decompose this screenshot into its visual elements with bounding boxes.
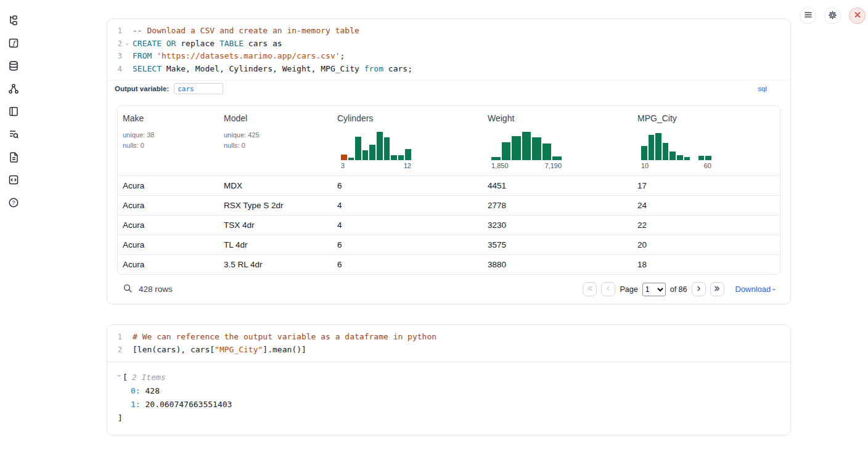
code-token: CREATE — [133, 39, 162, 48]
sidebar-item-snippets[interactable] — [7, 173, 20, 187]
histogram-bar — [377, 132, 383, 160]
table-cell: 3575 — [483, 235, 633, 255]
code-line[interactable]: 2›CREATE OR replace TABLE cars as — [107, 38, 790, 51]
sidebar-item-scratchpad[interactable]: ƒ — [7, 36, 20, 50]
table-cell: 3230 — [483, 216, 633, 235]
column-name: Cylinders — [337, 113, 477, 123]
column-header-model[interactable]: Modelunique: 425nulls: 0 — [219, 106, 332, 176]
table-cell: RSX Type S 2dr — [219, 196, 332, 216]
settings-button[interactable] — [824, 7, 841, 24]
table-cell: TSX 4dr — [219, 216, 332, 235]
collapse-chevron-icon[interactable]: › — [112, 374, 126, 381]
column-header-weight[interactable]: Weight1,8507,190 — [483, 106, 633, 176]
table-cell: Acura — [118, 255, 219, 275]
column-header-cylinders[interactable]: Cylinders312 — [332, 106, 483, 176]
histogram-bar — [502, 142, 511, 160]
next-page-button[interactable] — [692, 282, 706, 296]
output-variable-label: Output variable: — [115, 85, 169, 92]
fold-chevron-icon[interactable]: › — [122, 38, 133, 51]
tree-key: 0: — [131, 386, 141, 395]
table-cell: 6 — [332, 255, 483, 275]
line-number: 3 — [107, 51, 122, 63]
table-cell: 3880 — [483, 255, 633, 275]
search-icon[interactable] — [123, 283, 133, 296]
histogram-bar — [532, 137, 541, 160]
code-token: Make, Model, Cylinders, Weight, MPG_City — [162, 64, 364, 73]
histogram-bar — [398, 155, 404, 160]
dependency-graph-icon — [8, 83, 19, 94]
code-token: from — [364, 64, 383, 73]
code-token — [152, 51, 157, 60]
code-line[interactable]: 3FROM 'https://datasets.marimo.app/cars.… — [107, 50, 790, 63]
table-footer: 428 rows Page — [107, 278, 790, 304]
table-cell: Acura — [118, 235, 219, 255]
table-row[interactable]: Acura3.5 RL 4dr6388018 — [118, 255, 780, 275]
code-token: SELECT — [133, 64, 162, 73]
file-text-icon — [8, 152, 19, 163]
sidebar-item-logs[interactable] — [7, 127, 20, 141]
code-line[interactable]: 1# We can reference the output variable … — [107, 331, 790, 344]
code-line[interactable]: 1-- Download a CSV and create an in-memo… — [107, 25, 790, 38]
prev-page-button[interactable] — [601, 282, 615, 296]
sidebar-item-documentation[interactable] — [7, 150, 20, 164]
histogram-bar — [698, 156, 705, 160]
menu-button[interactable] — [800, 7, 816, 24]
code-editor[interactable]: 1# We can reference the output variable … — [107, 325, 790, 361]
sidebar-item-file-explorer[interactable] — [7, 14, 20, 27]
chevrons-right-icon — [713, 285, 721, 294]
sidebar: ƒ — [0, 0, 27, 209]
page-select[interactable]: 1 — [642, 283, 666, 296]
table-cell: Acura — [118, 176, 219, 196]
code-token: [len(cars), cars[ — [133, 345, 215, 354]
table-cell: 2778 — [483, 196, 633, 216]
histogram-bar — [684, 157, 690, 160]
code-line[interactable]: 2[len(cars), cars["MPG_City"].mean()] — [107, 344, 790, 357]
code-token: ].mean()] — [263, 345, 306, 354]
histogram-axis: 1,8507,190 — [491, 162, 562, 169]
column-name: Make — [123, 113, 213, 123]
table-row[interactable]: AcuraRSX Type S 2dr4277824 — [118, 196, 780, 216]
tree-entries: 0: 4281: 20.060747663551403 — [107, 384, 790, 411]
histogram-bar — [348, 158, 354, 160]
table-row[interactable]: AcuraTL 4dr6357520 — [118, 235, 780, 255]
output-variable-row: Output variable: sql — [107, 80, 790, 98]
code-token: "MPG_City" — [215, 345, 263, 354]
code-token: FROM — [133, 51, 152, 60]
sidebar-item-data-sources[interactable] — [7, 59, 20, 73]
svg-text:?: ? — [12, 199, 15, 206]
table-cell: 6 — [332, 235, 483, 255]
column-header-make[interactable]: Makeunique: 38nulls: 0 — [118, 106, 219, 176]
histogram-bar — [341, 155, 347, 160]
download-button[interactable]: Download › — [735, 285, 776, 294]
tree-entry: 0: 428 — [107, 384, 790, 398]
code-token: OR — [166, 39, 176, 48]
table-row[interactable]: AcuraMDX6445117 — [118, 176, 780, 196]
close-button[interactable] — [849, 7, 866, 24]
column-stats: unique: 425nulls: 0 — [224, 130, 326, 151]
column-header-mpg_city[interactable]: MPG_City1060 — [633, 106, 780, 176]
column-histogram[interactable]: 312 — [341, 131, 411, 169]
code-editor[interactable]: 1-- Download a CSV and create an in-memo… — [107, 19, 790, 80]
histogram-axis: 1060 — [641, 162, 711, 169]
sidebar-item-outline[interactable] — [7, 105, 20, 118]
output-variable-input[interactable] — [174, 83, 223, 94]
table-cell: 18 — [633, 255, 780, 275]
table-row[interactable]: AcuraTSX 4dr4323022 — [118, 216, 780, 235]
column-name: MPG_City — [637, 113, 774, 123]
code-box-icon — [8, 174, 19, 185]
histogram-bar — [641, 146, 647, 160]
sidebar-item-help[interactable]: ? — [7, 196, 20, 209]
sidebar-item-dependency-graph[interactable] — [7, 82, 20, 95]
last-page-button[interactable] — [710, 282, 724, 296]
column-histogram[interactable]: 1060 — [641, 131, 711, 169]
table-cell: 4 — [332, 216, 483, 235]
tree-root: › [ 2 Items — [107, 371, 790, 384]
code-line[interactable]: 4SELECT Make, Model, Cylinders, Weight, … — [107, 63, 790, 76]
table-cell: TL 4dr — [219, 235, 332, 255]
first-page-button[interactable] — [583, 282, 597, 296]
code-token: -- Download a CSV and create an in-memor… — [133, 26, 359, 35]
table-cell: 3.5 RL 4dr — [219, 255, 332, 275]
language-badge: sql — [758, 85, 767, 92]
column-histogram[interactable]: 1,8507,190 — [491, 131, 562, 169]
code-token: ; — [340, 51, 345, 60]
